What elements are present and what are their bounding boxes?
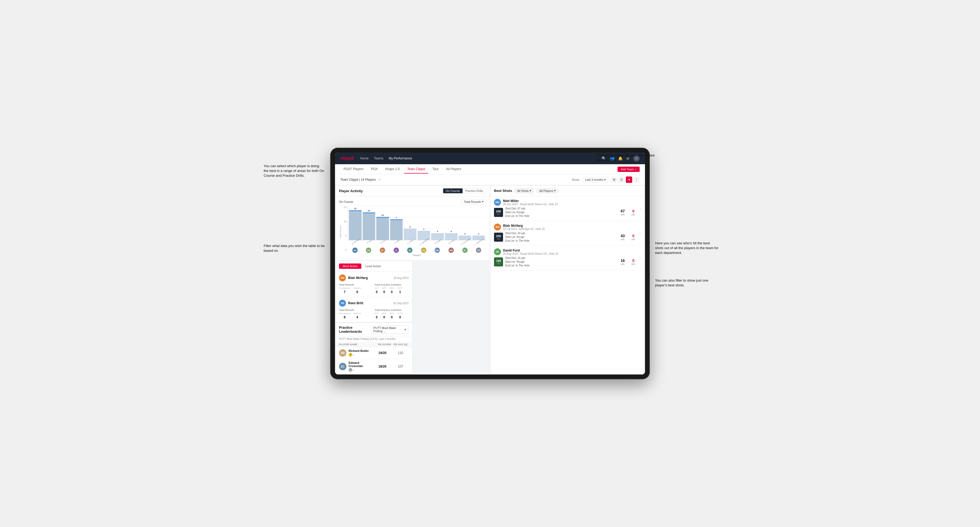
lb-col-pb-score: PB SCORE [377, 343, 393, 346]
practice-header: Practice Leaderboards PUTT Must Make Put… [335, 323, 412, 337]
active-player-blair[interactable]: BM Blair McHarg 26 Aug 2023 Total Rounds [335, 272, 412, 297]
active-header-rees: RB Rees Britt 02 Sep 2023 [339, 300, 409, 306]
active-name-rees: Rees Britt [348, 301, 391, 305]
chevron-right-blair: › [640, 231, 641, 235]
practice-filter-dropdown[interactable]: PUTT Must Make Putting ... ▾ [371, 325, 409, 333]
subnav-hcaps[interactable]: Hcaps 1-5 [382, 165, 403, 173]
avatar-bm[interactable]: BM [352, 248, 358, 253]
y-label-10: 10 [344, 220, 347, 223]
lb-row-richard[interactable]: RB Richard Butler 🏅 1 19/20 110 [335, 347, 412, 359]
lb-avatar-richard: RB [339, 349, 347, 357]
avatar-lr[interactable]: LR [476, 248, 481, 253]
tablet-frame: clippd Home Teams My Performance 🔍 👥 🔔 ⊕… [330, 148, 650, 379]
shot-card-david-ford[interactable]: DF David Ford 24 Aug 2023 · Royal North … [490, 246, 645, 270]
nav-link-performance[interactable]: My Performance [388, 157, 412, 160]
practice-sub-title: PUTT Must Make Putting (3-6 ft), Last 3 … [335, 337, 412, 342]
add-team-button[interactable]: Add Team + [617, 167, 640, 172]
lb-avg-edward: 107 [393, 365, 409, 368]
bar-b-mcharg[interactable]: 13 [349, 207, 362, 240]
avatar-df[interactable]: DF [380, 248, 385, 253]
player-detail-blair: 23 Jul 2023 · Ashridge GC, Hole 15 [503, 227, 545, 230]
tablet-screen: clippd Home Teams My Performance 🔍 👥 🔔 ⊕… [335, 152, 645, 375]
subnav-pgat[interactable]: PGAT Players [340, 165, 367, 173]
practice-panel: Practice Leaderboards PUTT Must Make Put… [335, 322, 412, 375]
active-avatar-blair: BM [339, 275, 346, 281]
avatar-blair: BM [494, 224, 501, 230]
activity-panel-header: Player Activity On Course Practice Drill… [335, 186, 490, 197]
stats-grid-blair: Total Rounds Tournament 7 Practice [339, 284, 409, 294]
least-active-tab[interactable]: Least Active [361, 264, 385, 269]
more-view-btn[interactable]: ⋮ [633, 176, 640, 183]
avatar-jc[interactable]: JC [394, 248, 399, 253]
active-player-rees[interactable]: RB Rees Britt 02 Sep 2023 Total Rounds T… [335, 297, 412, 322]
distance-box-david: 16 yds [618, 259, 627, 265]
nav-links: Home Teams My Performance [360, 157, 595, 160]
practice-title: Practice Leaderboards [339, 325, 371, 333]
edit-team-icon[interactable]: ✏ [379, 178, 381, 181]
best-shots-panel: Best Shots All Shots ▾ All Players ▾ [490, 185, 645, 375]
subnav-tour[interactable]: Tour [429, 165, 442, 173]
sg-badge-david: 198 SG [494, 257, 503, 267]
chevron-right-matt: › [640, 206, 641, 211]
grid-view-btn[interactable]: ⊞ [611, 176, 617, 183]
zero-box-david: 0 yds [630, 259, 637, 265]
annotation-left-bottom: Filter what data you wish the table to b… [264, 243, 325, 253]
team-header-bar: Team Clippd | 14 Players ✏ Show: Last 3 … [335, 174, 645, 185]
shot-stats-blair: Shot Dist: 43 yds Start Lie: Rough End L… [505, 232, 616, 243]
bar-d-ford[interactable]: 10 [376, 214, 389, 240]
chart-filter-select[interactable]: Total Rounds ▾ [461, 199, 486, 204]
rank-badge-richard: 🏅 [348, 353, 352, 357]
y-label-15: 15 [344, 206, 347, 208]
team-name-label: Team Clippd | 14 Players [340, 178, 376, 181]
avatar-ec[interactable]: EC [462, 248, 468, 253]
player-name-matt: Matt Miller [503, 199, 558, 203]
avatar-ee[interactable]: EE [407, 248, 412, 253]
subnav-team-clippd[interactable]: Team Clippd [404, 165, 428, 173]
active-avatar-rees: RB [339, 300, 346, 306]
bar-j-coles[interactable]: 9 [390, 216, 403, 240]
avatar-david: DF [494, 248, 501, 255]
on-course-label: On Course [339, 200, 353, 203]
annotation-right-mid: Here you can see who's hit the best shot… [655, 241, 719, 256]
lb-pb-richard: 19/20 [374, 351, 390, 355]
avatar-rb[interactable]: RB [366, 248, 371, 253]
shot-card-matt-miller[interactable]: MM Matt Miller 09 Jun 2023 · Royal North… [490, 196, 645, 221]
subnav-pga[interactable]: PGA [368, 165, 381, 173]
heart-view-btn[interactable]: ♥ [626, 176, 632, 183]
nav-link-home[interactable]: Home [360, 157, 369, 160]
list-view-btn[interactable]: ⊟ [618, 176, 625, 183]
avatar-gb[interactable]: GB [421, 248, 426, 253]
lb-avg-richard: 110 [393, 351, 409, 355]
practice-drills-toggle[interactable]: Practice Drills [463, 189, 486, 193]
all-players-filter[interactable]: All Players ▾ [536, 188, 559, 193]
most-active-tab[interactable]: Most Active [339, 264, 361, 269]
chart-area: On Course Total Rounds ▾ 15 10 5 [335, 197, 490, 260]
nav-link-teams[interactable]: Teams [374, 157, 383, 160]
all-shots-filter[interactable]: All Shots ▾ [514, 188, 534, 193]
y-label-0: 0 [345, 249, 347, 251]
sub-nav: PGAT Players PGA Hcaps 1-5 Team Clippd T… [335, 164, 645, 174]
chevron-right-david: › [640, 256, 641, 260]
bar-r-britt[interactable]: 12 [363, 210, 375, 240]
x-labels: B. McHarg R. Britt D. Ford J. Coles E. E… [347, 241, 486, 243]
zero-box-blair: 0 yds [630, 234, 637, 241]
time-filter-select[interactable]: Last 3 months ▾ [583, 177, 608, 182]
active-date-rees: 02 Sep 2023 [393, 302, 409, 305]
lb-avatar-edward: EC [339, 363, 347, 370]
lb-row-edward[interactable]: EC Edward Crossman 🥈 2 18/20 107 [335, 359, 412, 374]
course-toggle: On Course Practice Drills [443, 188, 486, 194]
shots-list: MM Matt Miller 09 Jun 2023 · Royal North… [490, 196, 645, 374]
annotation-left-top: You can select which player is doing the… [264, 163, 325, 178]
main-content: Player Activity On Course Practice Drill… [335, 185, 645, 375]
shot-stats-david: Shot Dist: 16 yds Start Lie: Rough End L… [505, 256, 616, 268]
lb-pb-edward: 18/20 [374, 365, 390, 368]
avatar-mm[interactable]: MM [449, 248, 454, 253]
shot-card-blair-mcharg[interactable]: BM Blair McHarg 23 Jul 2023 · Ashridge G… [490, 221, 645, 246]
lb-col-pb-avg: PB AVG SQ [393, 343, 409, 346]
avatar-rbu[interactable]: RBu [434, 248, 440, 253]
y-label-5: 5 [345, 234, 347, 237]
shot-stats-matt: Shot Dist: 67 yds Start Lie: Rough End L… [505, 207, 616, 218]
on-course-toggle[interactable]: On Course [443, 189, 463, 193]
lb-col-player-name: PLAYER NAME [339, 343, 377, 346]
subnav-all-players[interactable]: All Players [443, 165, 465, 173]
